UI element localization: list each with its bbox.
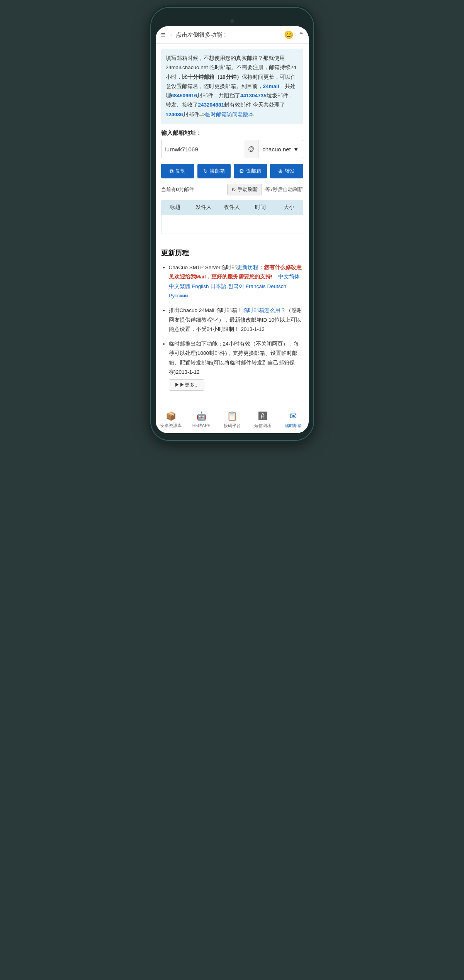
update-title: 更新历程 [161,248,303,258]
lang-de[interactable]: Deutsch [267,283,286,289]
col-time: 时间 [246,204,275,211]
col-size: 大小 [275,204,303,211]
manual-refresh-button[interactable]: ↻ 手动刷新 [227,184,262,195]
main-content: 填写邮箱时候，不想使用您的真实邮箱？那就使用24mail.chacuo.net … [156,44,309,234]
mail-count: 0 [176,187,179,192]
col-recipient: 收件人 [218,204,246,211]
mail-table-header: 标题 发件人 收件人 时间 大小 [161,200,303,215]
update-log-link[interactable]: 更新历程 [237,264,258,270]
list-item: 推出Chacuo 24Mail 临时邮箱！临时邮箱怎么用？（感谢网友提供详细教程… [169,306,303,334]
camera-area [156,15,309,26]
change-label: 换邮箱 [210,168,225,175]
info-count-3: 243204881 [198,102,224,108]
forward-label: 转发 [285,168,295,175]
copy-icon: ⧉ [170,168,173,175]
stress-icon: 🅰 [258,411,267,421]
at-symbol: @ [244,140,258,158]
nav-item-h5[interactable]: 🤖 H5转APP [186,411,217,429]
lang-ru[interactable]: Русский [169,293,188,298]
info-text: 填写邮箱时候，不想使用您的真实邮箱？那就使用24mail.chacuo.net … [166,55,296,117]
mail-table-body [161,215,303,234]
update-item-1-text: ChaCuo SMTP Server临时邮更新历程：您有什么修改意见欢迎给我Ma… [169,264,302,298]
section-divider [156,242,309,242]
change-icon: ↻ [203,168,208,174]
nav-label-sms: 接码平台 [224,423,241,429]
phone-frame: ≡ ←点击左侧很多功能！ 😊 ❝ 填写邮箱时候，不想使用您的真实邮箱？那就使用2… [151,8,313,440]
lang-ja[interactable]: 日本語 [210,283,226,289]
nav-label-stress: 短信测压 [254,423,271,429]
face-icon[interactable]: 😊 [284,30,294,39]
phone-screen: ≡ ←点击左侧很多功能！ 😊 ❝ 填写邮箱时候，不想使用您的真实邮箱？那就使用2… [156,26,309,433]
lang-ko[interactable]: 한국어 [228,283,244,289]
chevron-down-icon: ▼ [293,146,299,153]
action-buttons: ⧉ 复制 ↻ 换邮箱 ⚙ 设邮箱 ⊕ 转发 [161,164,303,178]
forward-button[interactable]: ⊕ 转发 [270,164,303,178]
domain-text: chacuo.net [262,146,291,153]
nav-item-tempmail[interactable]: ✉ 临时邮箱 [278,411,308,429]
top-bar-icons: 😊 ❝ [284,30,303,39]
lang-fr[interactable]: Français [246,283,266,289]
h5-icon: 🤖 [196,411,207,421]
forward-icon: ⊕ [278,168,283,174]
refresh-icon: ↻ [231,187,236,193]
update-section: 更新历程 ChaCuo SMTP Server临时邮更新历程：您有什么修改意见欢… [156,248,309,404]
top-bar: ≡ ←点击左侧很多功能！ 😊 ❝ [156,26,309,44]
nav-item-stress[interactable]: 🅰 短信测压 [247,411,278,429]
mail-count-text: 当前有0封邮件 [161,186,194,193]
info-bold-1: 比十分钟邮箱（10分钟） [182,74,242,80]
email-username-input[interactable] [161,141,244,157]
info-highlight-brand: 24mail [263,83,279,89]
col-sender: 发件人 [189,204,218,211]
nav-label-android: 安卓资源库 [160,423,182,429]
nav-label-h5: H5转APP [192,423,211,429]
change-mailbox-button[interactable]: ↻ 换邮箱 [197,164,231,178]
nav-item-android[interactable]: 📦 安卓资源库 [156,411,186,429]
nav-item-sms[interactable]: 📋 接码平台 [217,411,247,429]
copy-button[interactable]: ⧉ 复制 [161,164,194,178]
lang-zh-tw[interactable]: 中文繁體 [169,283,190,289]
tempmail-icon: ✉ [290,411,297,421]
col-subject: 标题 [161,204,190,211]
page-title: ←点击左侧很多功能！ [170,31,279,39]
settings-label: 设邮箱 [246,168,261,175]
info-count-2: 441304735 [240,93,267,98]
email-input-row: @ chacuo.net ▼ [161,140,303,158]
android-icon: 📦 [166,411,176,421]
info-count-1: 684509616 [171,93,197,98]
nav-label-tempmail: 临时邮箱 [285,423,302,429]
update-list: ChaCuo SMTP Server临时邮更新历程：您有什么修改意见欢迎给我Ma… [161,263,303,391]
info-count-4: 124036 [166,112,183,117]
howto-link[interactable]: 临时邮箱怎么用？ [243,307,286,313]
list-item: ChaCuo SMTP Server临时邮更新历程：您有什么修改意见欢迎给我Ma… [169,263,303,300]
update-item-2-text: 推出Chacuo 24Mail 临时邮箱！临时邮箱怎么用？（感谢网友提供详细教程… [169,307,303,332]
camera-dot [230,19,234,23]
input-label: 输入邮箱地址： [161,129,303,137]
settings-button[interactable]: ⚙ 设邮箱 [234,164,267,178]
list-item: 临时邮推出如下功能：24小时有效（不关闭网页），每秒可以处理(1000封邮件)，… [169,339,303,391]
copy-label: 复制 [175,168,185,175]
settings-icon: ⚙ [239,168,244,174]
auto-refresh-text: 等7秒后自动刷新 [265,186,303,193]
domain-selector[interactable]: chacuo.net ▼ [258,146,303,153]
sms-icon: 📋 [227,411,237,421]
info-block: 填写邮箱时候，不想使用您的真实邮箱？那就使用24mail.chacuo.net … [161,49,303,124]
lang-en[interactable]: English [192,283,209,289]
status-row: 当前有0封邮件 ↻ 手动刷新 等7秒后自动刷新 [161,184,303,195]
refresh-label: 手动刷新 [238,186,258,193]
more-button[interactable]: ▶▶更多... [169,379,205,391]
menu-button[interactable]: ≡ [161,31,166,39]
update-item-3-text: 临时邮推出如下功能：24小时有效（不关闭网页），每秒可以处理(1000封邮件)，… [169,341,299,375]
quote-icon[interactable]: ❝ [299,30,303,39]
lang-zh-cn[interactable]: 中文简体 [278,274,300,280]
old-version-link[interactable]: 临时邮箱访问老版本 [205,112,254,117]
bottom-nav: 📦 安卓资源库 🤖 H5转APP 📋 接码平台 🅰 短信测压 ✉ 临时邮箱 [156,408,309,433]
